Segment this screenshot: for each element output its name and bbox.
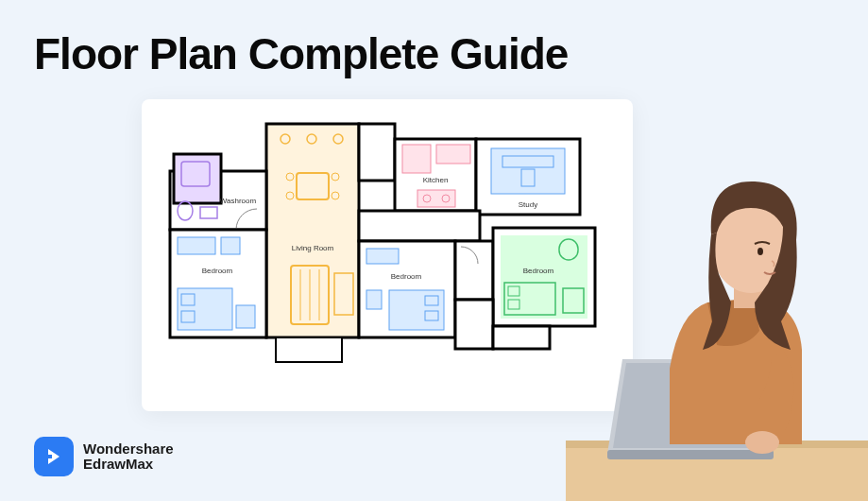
- svg-rect-55: [46, 455, 52, 458]
- brand-logo: Wondershare EdrawMax: [34, 437, 174, 476]
- floor-plan-card: Living Room Kitchen Study Washroom: [142, 99, 633, 411]
- person-illustration: [566, 161, 868, 501]
- page-title: Floor Plan Complete Guide: [34, 28, 568, 79]
- logo-product-text: EdrawMax: [83, 457, 174, 473]
- svg-rect-14: [276, 337, 342, 362]
- svg-rect-58: [607, 450, 774, 459]
- logo-brand-text: Wondershare: [83, 441, 174, 458]
- edrawmax-icon: [34, 437, 74, 476]
- bedroom2-label: Bedroom: [391, 272, 422, 281]
- svg-rect-35: [178, 288, 232, 330]
- svg-rect-45: [455, 241, 493, 300]
- svg-rect-0: [266, 124, 359, 337]
- svg-rect-54: [493, 326, 550, 349]
- svg-rect-41: [366, 290, 382, 309]
- kitchen-label: Kitchen: [423, 176, 449, 184]
- svg-rect-31: [359, 211, 480, 241]
- bedroom1-label: Bedroom: [202, 267, 233, 275]
- svg-rect-23: [491, 148, 565, 194]
- svg-point-62: [757, 248, 763, 255]
- svg-rect-40: [366, 249, 399, 264]
- svg-rect-33: [178, 237, 215, 254]
- svg-rect-38: [236, 305, 255, 328]
- washroom-label: Washroom: [220, 197, 257, 205]
- svg-rect-34: [221, 237, 240, 254]
- bedroom3-label: Bedroom: [523, 267, 554, 275]
- living-room-label: Living Room: [292, 244, 334, 252]
- svg-rect-53: [455, 300, 493, 349]
- floor-plan-diagram: Living Room Kitchen Study Washroom: [162, 116, 612, 396]
- svg-rect-17: [402, 145, 431, 173]
- svg-point-59: [745, 431, 779, 454]
- study-label: Study: [519, 200, 537, 209]
- svg-rect-15: [359, 124, 395, 181]
- svg-rect-18: [436, 145, 470, 164]
